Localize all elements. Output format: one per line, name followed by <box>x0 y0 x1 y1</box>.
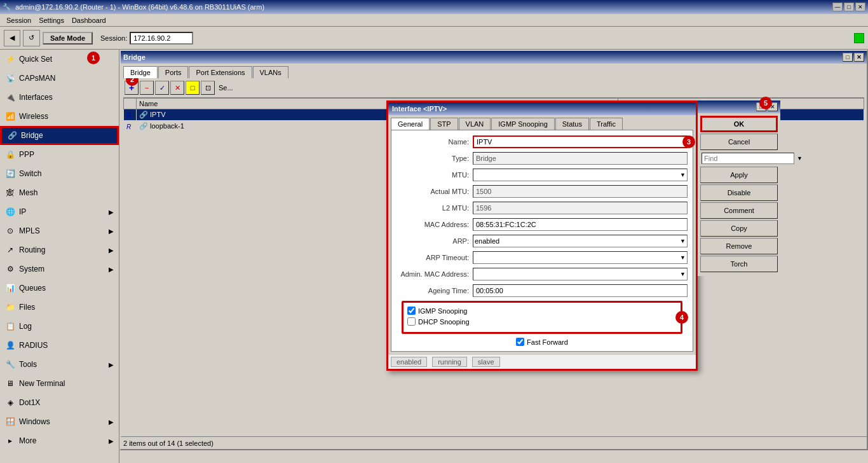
apply-button[interactable]: Apply <box>700 167 778 183</box>
mtu-select[interactable]: ▼ <box>473 169 688 181</box>
sidebar-item-dot1x[interactable]: ◈ Dot1X <box>0 393 119 412</box>
form-row-mtu: MTU: ▼ <box>397 169 688 181</box>
mpls-arrow: ▶ <box>109 228 114 235</box>
dialog-tab-general[interactable]: General <box>391 118 430 130</box>
menu-dashboard[interactable]: Dashboard <box>68 15 110 25</box>
bridge-copy-button[interactable]: □ <box>186 81 200 95</box>
dialog-tab-igmp[interactable]: IGMP Snooping <box>491 118 554 130</box>
sidebar-label-files: Files <box>19 303 35 312</box>
arp-select[interactable]: enabled ▼ <box>473 235 688 247</box>
dialog-tab-traffic[interactable]: Traffic <box>590 118 623 130</box>
sidebar: ⚡ Quick Set 📡 CAPsMAN 🔌 Interfaces 📶 Wir… <box>0 50 119 463</box>
mtu-label: MTU: <box>397 171 473 179</box>
remove-button[interactable]: Remove <box>700 238 778 254</box>
sidebar-label-routing: Routing <box>19 245 45 254</box>
close-button[interactable]: ✕ <box>855 3 865 11</box>
bridge-close-btn[interactable]: ✕ <box>854 53 864 62</box>
minimize-button[interactable]: — <box>832 3 843 11</box>
bridge-icon-row2: 🔗 <box>139 122 148 130</box>
sidebar-item-ppp[interactable]: 🔒 PPP <box>0 145 119 164</box>
sidebar-item-files[interactable]: 📁 Files <box>0 298 119 317</box>
find-input[interactable] <box>702 153 794 164</box>
mac-input[interactable] <box>473 218 688 231</box>
ok-button[interactable]: OK <box>700 116 778 132</box>
copy-button[interactable]: Copy <box>700 220 778 237</box>
mtu-dropdown-arrow[interactable]: ▼ <box>680 172 686 178</box>
bridge-tab-vlans[interactable]: VLANs <box>253 66 288 78</box>
bridge-tab-port-extensions[interactable]: Port Extensions <box>189 66 252 78</box>
sidebar-item-interfaces[interactable]: 🔌 Interfaces <box>0 88 119 107</box>
bridge-cancel-button[interactable]: ✕ <box>170 81 184 95</box>
sidebar-item-capsman[interactable]: 📡 CAPsMAN <box>0 69 119 88</box>
arp-dropdown-arrow[interactable]: ▼ <box>680 238 686 244</box>
snooping-checkbox-group: IGMP Snooping DHCP Snooping 4 <box>402 301 682 334</box>
action-panel-maximize[interactable]: □ 5 <box>756 102 766 111</box>
menu-settings[interactable]: Settings <box>35 15 68 25</box>
dialog-title-label: Interface <IPTV> <box>392 105 447 113</box>
badge-5: 5 <box>759 97 772 109</box>
sidebar-item-queues[interactable]: 📊 Queues <box>0 279 119 298</box>
menu-session[interactable]: Session <box>3 15 35 25</box>
dialog-tab-stp[interactable]: STP <box>430 118 458 130</box>
actual-mtu-input <box>473 185 688 198</box>
switch-icon: 🔄 <box>5 169 15 179</box>
bridge-tab-bridge[interactable]: Bridge <box>123 66 158 78</box>
sidebar-item-ip[interactable]: 🌐 IP ▶ <box>0 202 119 221</box>
maximize-button[interactable]: □ <box>844 3 854 11</box>
name-input[interactable] <box>473 135 688 148</box>
interfaces-icon: 🔌 <box>5 92 15 102</box>
sidebar-item-log[interactable]: 📋 Log <box>0 317 119 336</box>
bridge-tabs: Bridge Ports Port Extensions VLANs <box>123 66 864 78</box>
arp-timeout-arrow[interactable]: ▼ <box>680 254 686 261</box>
dhcp-snooping-label: DHCP Snooping <box>418 318 470 326</box>
sidebar-label-bridge: Bridge <box>21 131 43 140</box>
sidebar-item-bridge[interactable]: 🔗 Bridge <box>0 126 119 145</box>
sidebar-item-radius[interactable]: 👤 RADIUS <box>0 336 119 355</box>
ip-icon: 🌐 <box>5 207 15 217</box>
bridge-filter-button[interactable]: ⊡ <box>201 81 215 95</box>
sidebar-item-switch[interactable]: 🔄 Switch <box>0 164 119 183</box>
bridge-edit-button[interactable]: ✓ <box>155 81 169 95</box>
sidebar-item-windows[interactable]: 🪟 Windows ▶ <box>0 412 119 431</box>
bridge-remove-button[interactable]: − <box>140 81 154 95</box>
sidebar-item-tools[interactable]: 🔧 Tools ▶ <box>0 355 119 374</box>
admin-mac-select[interactable]: ▼ <box>473 268 688 280</box>
disable-button[interactable]: Disable <box>700 184 778 201</box>
fast-forward-checkbox[interactable] <box>516 338 524 346</box>
safe-mode-button[interactable]: Safe Mode <box>43 32 93 45</box>
arp-timeout-select[interactable]: ▼ <box>473 251 688 264</box>
igmp-snooping-checkbox[interactable] <box>407 307 416 315</box>
sidebar-item-more[interactable]: ▸ More ▶ <box>0 431 119 450</box>
sidebar-item-new-terminal[interactable]: 🖥 New Terminal <box>0 374 119 393</box>
torch-button[interactable]: Torch <box>700 256 778 272</box>
ageing-input[interactable] <box>473 284 688 297</box>
row-flag: R <box>124 109 137 121</box>
status-running: running <box>432 357 467 367</box>
tools-arrow: ▶ <box>109 361 114 368</box>
admin-mac-arrow[interactable]: ▼ <box>680 271 686 277</box>
sidebar-item-quick-set[interactable]: ⚡ Quick Set <box>0 50 119 69</box>
bridge-tab-ports[interactable]: Ports <box>158 66 189 78</box>
sidebar-item-wireless[interactable]: 📶 Wireless 1 <box>0 107 119 126</box>
sidebar-item-mesh[interactable]: 🕸 Mesh <box>0 183 119 202</box>
name-label: Name: <box>397 138 473 146</box>
arp-timeout-label: ARP Timeout: <box>397 254 473 261</box>
comment-button[interactable]: Comment <box>700 202 778 219</box>
forward-button[interactable]: ↺ <box>23 30 40 46</box>
sidebar-label-switch: Switch <box>19 169 41 178</box>
bridge-maximize-btn[interactable]: □ <box>843 53 853 62</box>
cancel-button[interactable]: Cancel <box>700 134 778 150</box>
windows-icon: 🪟 <box>5 417 15 427</box>
sidebar-item-routing[interactable]: ↗ Routing ▶ <box>0 240 119 259</box>
admin-mac-label: Admin. MAC Address: <box>397 270 473 278</box>
title-text: 🔧 admin@172.16.90.2 (Router - 1) - WinBo… <box>3 3 264 11</box>
dialog-tab-vlan[interactable]: VLAN <box>459 118 491 130</box>
sidebar-item-system[interactable]: ⚙ System ▶ <box>0 259 119 279</box>
back-button[interactable]: ◀ <box>4 30 20 46</box>
sidebar-item-mpls[interactable]: ⊙ MPLS ▶ <box>0 221 119 240</box>
find-dropdown-arrow[interactable]: ▼ <box>797 155 803 162</box>
queues-icon: 📊 <box>5 283 15 293</box>
dialog-tab-status[interactable]: Status <box>555 118 589 130</box>
session-input[interactable] <box>130 32 193 45</box>
dhcp-snooping-checkbox[interactable] <box>407 317 416 326</box>
